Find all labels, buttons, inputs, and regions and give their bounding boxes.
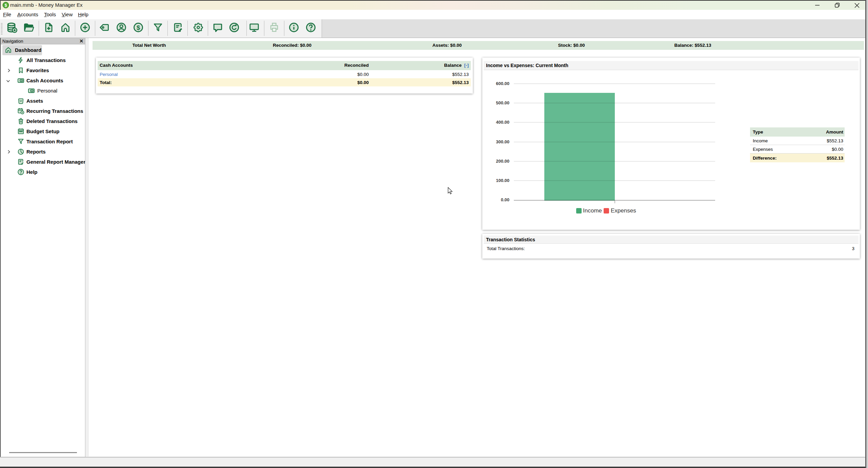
svg-text:$: $: [137, 24, 140, 31]
svg-text:$: $: [4, 3, 7, 8]
